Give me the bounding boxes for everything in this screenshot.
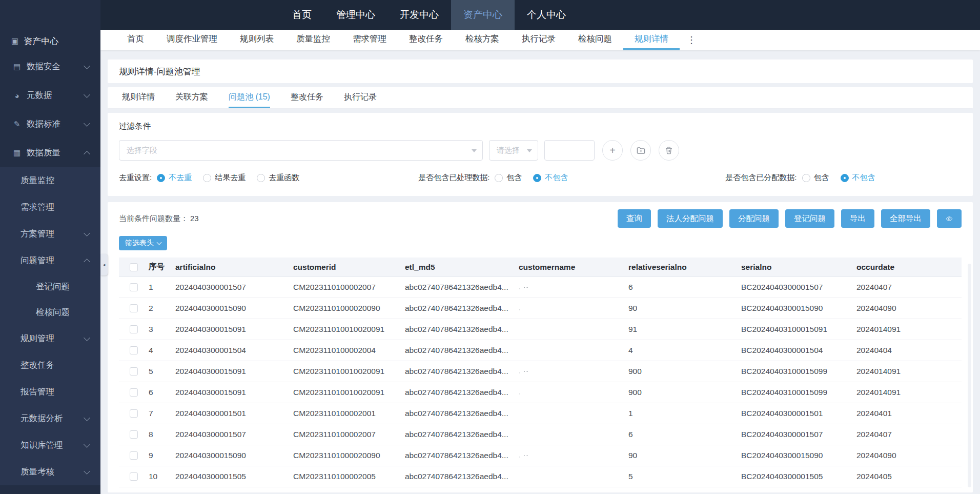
sidebar-item[interactable]: 数据标准	[0, 110, 100, 139]
tabbar-tab[interactable]: 需求管理	[341, 30, 398, 50]
field-select[interactable]: 选择字段	[119, 140, 483, 161]
sidebar-item[interactable]: 数据安全	[0, 52, 100, 81]
detail-tab[interactable]: 规则详情	[122, 87, 155, 108]
detail-tab-label: 问题池 (15)	[229, 92, 270, 103]
tabbar-more-icon[interactable]: ⋮	[680, 30, 704, 50]
chevron-icon	[84, 120, 90, 127]
tabbar-tab[interactable]: 质量监控	[285, 30, 341, 50]
detail-tab[interactable]: 问题池 (15)	[229, 87, 270, 108]
sidebar-item[interactable]: 元数据分析	[0, 405, 100, 432]
row-checkbox[interactable]	[130, 430, 138, 439]
sidebar-item-asset-center[interactable]: ▣ 资产中心	[0, 30, 100, 52]
row-checkbox[interactable]	[130, 325, 138, 333]
assigned-radio-group: 是否包含已分配数据: 包含 不包含	[725, 173, 886, 183]
tabbar-tab[interactable]: 规则列表	[229, 30, 285, 50]
select-all-checkbox[interactable]	[130, 263, 138, 271]
filter-header-button[interactable]: 筛选表头	[119, 236, 167, 250]
table-row[interactable]: 5 2024040300015091 CM202311010010020091 …	[119, 361, 962, 382]
sidebar-item[interactable]: 需求管理	[0, 194, 100, 221]
column-header[interactable]: customerid	[293, 263, 405, 272]
view-button[interactable]	[937, 209, 962, 228]
column-header[interactable]: relativeserialno	[628, 263, 741, 272]
cell-customername: 、	[519, 305, 628, 312]
sidebar-item[interactable]: 质量监控	[0, 167, 100, 194]
detail-tab[interactable]: 整改任务	[291, 87, 323, 108]
tabbar-tab[interactable]: 首页	[116, 30, 155, 50]
table-row[interactable]: 3 2024040300015091 CM202311010010020091 …	[119, 319, 962, 340]
topnav-item[interactable]: 资产中心	[451, 0, 515, 30]
topnav-item[interactable]: 开发中心	[387, 0, 451, 30]
sidebar-item[interactable]: 数据质量	[0, 139, 100, 167]
table-row[interactable]: 10 2024040300001505 CM2023110100002005 a…	[119, 466, 962, 487]
column-header[interactable]: serialno	[741, 263, 856, 272]
radio-option[interactable]: 包含	[802, 173, 829, 183]
sidebar-collapse-handle[interactable]: ◂	[100, 254, 108, 275]
tabbar-tab[interactable]: 调度作业管理	[155, 30, 229, 50]
sidebar-item[interactable]: 知识库管理	[0, 432, 100, 459]
sidebar-item[interactable]: 问题管理	[0, 247, 100, 274]
tabbar-tab[interactable]: 检核问题	[567, 30, 623, 50]
radio-option[interactable]: 不包含	[841, 173, 875, 183]
action-button[interactable]: 分配问题	[729, 209, 779, 228]
processed-radio-group: 是否包含已处理数据: 包含 不包含	[418, 173, 579, 183]
table-row[interactable]: 1 2024040300001507 CM2023110100002007 ab…	[119, 277, 962, 298]
radio-option[interactable]: 不去重	[157, 173, 192, 183]
filter-value-input[interactable]	[544, 140, 595, 161]
save-filter-button[interactable]	[630, 140, 651, 161]
table-row[interactable]: 6 2024040300015091 CM202311010010020091 …	[119, 382, 962, 403]
row-checkbox[interactable]	[130, 304, 138, 312]
sidebar-item[interactable]: 检核问题	[0, 300, 100, 325]
row-checkbox[interactable]	[130, 409, 138, 418]
radio-icon	[157, 174, 165, 182]
topnav-item[interactable]: 管理中心	[324, 0, 387, 30]
add-condition-button[interactable]: +	[602, 140, 623, 161]
action-button[interactable]: 全部导出	[881, 209, 930, 228]
row-checkbox[interactable]	[130, 388, 138, 397]
detail-tab[interactable]: 关联方案	[175, 87, 208, 108]
column-header[interactable]: etl_md5	[405, 263, 519, 272]
table-row[interactable]: 8 2024040300001507 CM2023110100002007 ab…	[119, 424, 962, 445]
table-row[interactable]: 7 2024040300001501 CM2023110100002001 ab…	[119, 403, 962, 424]
row-checkbox[interactable]	[130, 367, 138, 376]
column-header[interactable]: customername	[519, 263, 628, 272]
topnav-item[interactable]: 首页	[280, 0, 324, 30]
column-header[interactable]: 序号	[149, 262, 175, 272]
row-checkbox[interactable]	[130, 472, 138, 481]
tabbar-tab[interactable]: 检核方案	[454, 30, 511, 50]
action-button[interactable]: 查询	[618, 209, 651, 228]
cell-customername: 、⋯	[519, 284, 628, 291]
action-button[interactable]: 导出	[841, 209, 874, 228]
sidebar-item[interactable]: 质量考核	[0, 459, 100, 485]
sidebar-item[interactable]: 方案管理	[0, 221, 100, 247]
tabbar-tab[interactable]: 执行记录	[511, 30, 567, 50]
sidebar-item[interactable]: 报告管理	[0, 379, 100, 405]
table-row[interactable]: 2 2024040300015090 CM20231101000020090 a…	[119, 298, 962, 319]
sidebar-item[interactable]: 规则管理	[0, 325, 100, 352]
table-row[interactable]: 4 2024040300001504 CM2023110100002004 ab…	[119, 340, 962, 361]
row-checkbox[interactable]	[130, 451, 138, 460]
row-checkbox[interactable]	[130, 283, 138, 291]
row-checkbox[interactable]	[130, 346, 138, 354]
action-button[interactable]: 法人分配问题	[658, 209, 723, 228]
table-scrollbar[interactable]	[968, 264, 971, 487]
sidebar-item[interactable]: 元数据	[0, 81, 100, 110]
action-button[interactable]: 登记问题	[785, 209, 834, 228]
radio-option[interactable]: 结果去重	[203, 173, 246, 183]
column-header[interactable]: artificialno	[175, 263, 293, 272]
sidebar-item[interactable]: 登记问题	[0, 274, 100, 300]
content-area: 规则详情-问题池管理 规则详情 关联方案 问题池 (15) 整改任务	[100, 50, 980, 494]
detail-tab[interactable]: 执行记录	[344, 87, 377, 108]
radio-option[interactable]: 包含	[495, 173, 522, 183]
radio-option[interactable]: 不包含	[533, 173, 568, 183]
radio-option-label: 去重函数	[269, 173, 299, 183]
column-header[interactable]: occurdate	[856, 263, 962, 272]
delete-condition-button[interactable]	[659, 140, 679, 161]
tabbar-tab[interactable]: 规则详情	[623, 30, 680, 50]
topnav-item[interactable]: 个人中心	[515, 0, 578, 30]
tabbar-tab[interactable]: 整改任务	[398, 30, 454, 50]
operator-select[interactable]: 请选择	[489, 140, 538, 161]
sidebar-item[interactable]: 整改任务	[0, 352, 100, 379]
page-tabbar: 首页 调度作业管理 规则列表 质量监控 需求管理 整改任务 检核方案	[100, 30, 980, 50]
table-row[interactable]: 9 2024040300015090 CM20231101000020090 a…	[119, 445, 962, 466]
radio-option[interactable]: 去重函数	[257, 173, 299, 183]
